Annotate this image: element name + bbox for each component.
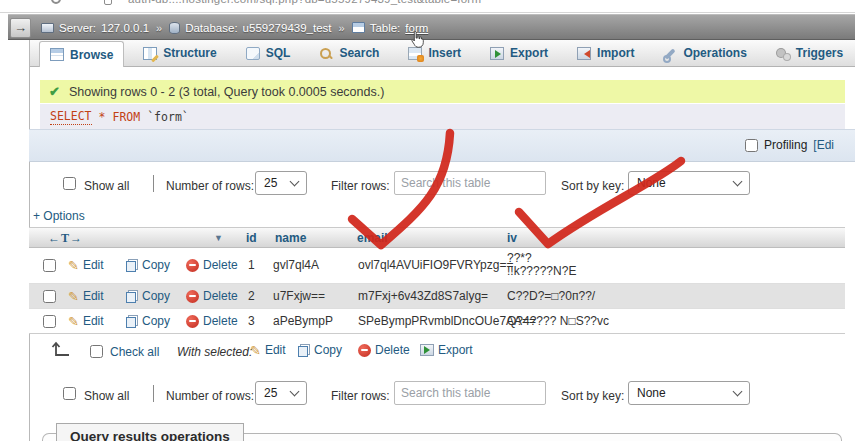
- copy-icon: [126, 259, 138, 272]
- show-all-checkbox[interactable]: [63, 387, 76, 400]
- edit-pencil-icon: ✎: [68, 291, 79, 302]
- show-all-label[interactable]: Show all: [84, 389, 129, 403]
- triggers-icon: [776, 47, 790, 60]
- number-of-rows-select[interactable]: 25: [255, 381, 307, 405]
- show-all-label[interactable]: Show all: [84, 179, 129, 193]
- number-of-rows-label: Number of rows:: [166, 389, 254, 403]
- column-header-name[interactable]: name: [275, 231, 306, 245]
- transpose-icon[interactable]: ←T→: [48, 231, 83, 246]
- table-icon: [352, 22, 365, 33]
- breadcrumb-table[interactable]: Table: form: [352, 22, 429, 34]
- filter-rows-input[interactable]: [394, 171, 546, 195]
- delete-icon: [186, 290, 199, 303]
- check-all-arrow-icon: [50, 338, 72, 360]
- cell-name: aPeBympP: [273, 314, 333, 328]
- tab-browse[interactable]: Browse: [39, 41, 124, 67]
- row-select-checkbox[interactable]: [43, 315, 56, 328]
- tab-triggers[interactable]: Triggers: [766, 41, 853, 65]
- cell-iv: Q?4???? N□S??vc: [507, 315, 609, 328]
- number-of-rows-select[interactable]: 25: [255, 171, 307, 195]
- breadcrumb-server-value: 127.0.0.1: [101, 22, 149, 34]
- row-copy-link[interactable]: Copy: [126, 258, 170, 272]
- success-check-icon: ✔: [49, 84, 60, 99]
- sql-query-box: SELECT * FROM `form`: [40, 104, 845, 129]
- row-copy-link[interactable]: Copy: [126, 289, 170, 303]
- cell-email: ovl7ql4AVUiFIO9FVRYpzg==: [358, 258, 513, 272]
- breadcrumb-separator: »: [339, 22, 345, 34]
- results-table-header: ←T→ ▼ id name email iv: [29, 227, 845, 248]
- tab-import[interactable]: Import: [567, 41, 644, 65]
- row-select-checkbox[interactable]: [43, 259, 56, 272]
- row-edit-link[interactable]: ✎Edit: [68, 289, 104, 303]
- table-row: ✎Edit Copy Delete 1 gvl7ql4A ovl7ql4AVUi…: [29, 248, 845, 284]
- browser-reload-icon: [51, 0, 61, 4]
- cell-name: gvl7ql4A: [273, 258, 319, 272]
- copy-icon: [126, 315, 138, 328]
- divider: [153, 385, 154, 402]
- row-edit-link[interactable]: ✎Edit: [68, 258, 104, 272]
- filter-rows-input[interactable]: [394, 381, 546, 405]
- collapse-panel-button[interactable]: →: [10, 18, 31, 38]
- profiling-checkbox[interactable]: [745, 139, 758, 152]
- tab-export[interactable]: Export: [480, 41, 558, 65]
- table-tabs-bar: Browse Structure SQL Search Insert Expor…: [30, 40, 855, 67]
- cell-iv: C??D?=□?0п??/: [507, 290, 595, 303]
- browser-url-text: auth-db....hostinger.com/sql.php?db=u559…: [128, 0, 481, 5]
- with-selected-copy[interactable]: Copy: [298, 343, 342, 357]
- delete-icon: [358, 344, 371, 357]
- row-copy-link[interactable]: Copy: [126, 314, 170, 328]
- cell-id: 1: [248, 258, 255, 272]
- server-icon: [41, 23, 54, 33]
- with-selected-edit[interactable]: ✎Edit: [250, 343, 286, 357]
- options-toggle-link[interactable]: + Options: [33, 209, 85, 223]
- check-all-label[interactable]: Check all: [110, 345, 159, 359]
- delete-icon: [186, 259, 199, 272]
- breadcrumb-separator: »: [156, 22, 162, 34]
- with-selected-label: With selected:: [177, 345, 252, 359]
- row-select-checkbox[interactable]: [43, 290, 56, 303]
- tab-operations[interactable]: Operations: [653, 41, 756, 65]
- column-header-id[interactable]: id: [246, 231, 257, 245]
- filter-rows-label: Filter rows:: [331, 179, 390, 193]
- row-delete-link[interactable]: Delete: [186, 289, 238, 303]
- cell-id: 3: [248, 314, 255, 328]
- copy-icon: [126, 290, 138, 303]
- breadcrumb-database-value: u559279439_test: [243, 22, 332, 34]
- with-selected-export[interactable]: Export: [420, 343, 473, 357]
- row-controls-top: Show all Number of rows: 25 Filter rows:…: [0, 167, 855, 201]
- profiling-edit-link[interactable]: [Edi: [813, 138, 834, 152]
- column-header-iv[interactable]: iv: [507, 231, 517, 245]
- hand-cursor-icon: [409, 31, 424, 48]
- column-header-email[interactable]: email: [357, 231, 388, 245]
- tab-search[interactable]: Search: [309, 41, 389, 65]
- with-selected-delete[interactable]: Delete: [358, 343, 410, 357]
- sql-keyword-select[interactable]: SELECT: [50, 109, 92, 125]
- table-row: ✎Edit Copy Delete 3 aPeBympP SPeBympPRvm…: [29, 309, 845, 334]
- sort-desc-icon[interactable]: ▼: [214, 233, 223, 243]
- browser-lock-icon: [104, 0, 112, 5]
- breadcrumb-table-prefix: Table:: [370, 22, 401, 34]
- sql-star: *: [99, 110, 106, 124]
- chevron-down-icon: [733, 386, 743, 396]
- edit-pencil-icon: ✎: [250, 345, 261, 356]
- tab-sql[interactable]: SQL: [236, 41, 301, 65]
- tab-structure[interactable]: Structure: [133, 41, 226, 65]
- back-arrow-icon: →: [14, 20, 27, 35]
- with-selected-bar: Check all With selected: ✎Edit Copy Dele…: [0, 336, 855, 366]
- breadcrumb-table-value: form: [405, 22, 428, 34]
- breadcrumb-database[interactable]: Database: u559279439_test: [169, 22, 331, 34]
- show-all-checkbox[interactable]: [63, 177, 76, 190]
- database-icon: [169, 22, 180, 34]
- check-all-checkbox[interactable]: [90, 345, 103, 358]
- row-delete-link[interactable]: Delete: [186, 314, 238, 328]
- sort-by-key-label: Sort by key:: [561, 179, 624, 193]
- sort-by-key-select[interactable]: None: [628, 381, 750, 405]
- sort-by-key-select[interactable]: None: [628, 171, 750, 195]
- row-delete-link[interactable]: Delete: [186, 258, 238, 272]
- delete-icon: [186, 315, 199, 328]
- row-edit-link[interactable]: ✎Edit: [68, 314, 104, 328]
- number-of-rows-label: Number of rows:: [166, 179, 254, 193]
- query-results-operations-legend: Query results operations: [56, 423, 244, 441]
- breadcrumb-server[interactable]: Server: 127.0.0.1: [41, 22, 149, 34]
- sort-by-key-label: Sort by key:: [561, 389, 624, 403]
